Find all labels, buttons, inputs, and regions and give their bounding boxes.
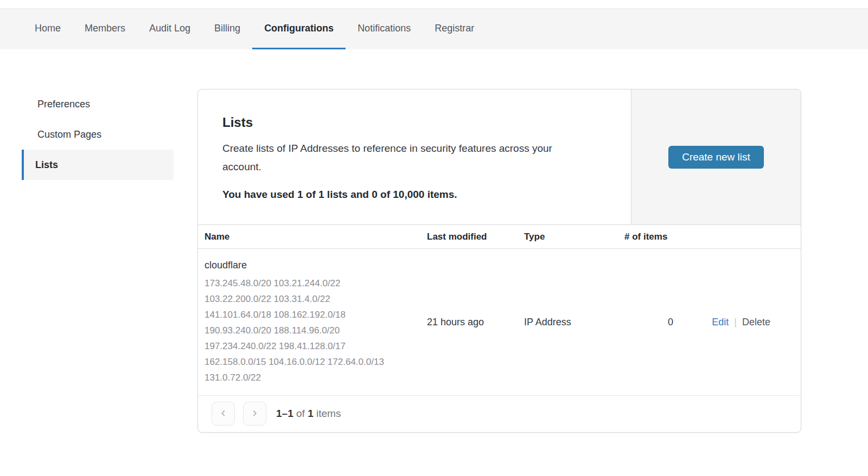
usage-summary: You have used 1 of 1 lists and 0 of 10,0… bbox=[222, 189, 609, 201]
table-row: cloudflare 173.245.48.0/20 103.21.244.0/… bbox=[198, 249, 801, 396]
pagination-of: of bbox=[296, 408, 305, 419]
row-actions: Edit|Delete bbox=[673, 317, 801, 328]
lists-panel: Lists Create lists of IP Addresses to re… bbox=[197, 89, 801, 433]
next-page-button[interactable]: › bbox=[243, 402, 266, 426]
sidebar-item-lists[interactable]: Lists bbox=[22, 150, 174, 180]
create-list-section: Create new list bbox=[631, 89, 801, 224]
pagination-items-label: items bbox=[316, 408, 341, 419]
edit-link[interactable]: Edit bbox=[712, 317, 729, 327]
type-cell: IP Address bbox=[524, 317, 624, 328]
pagination-total: 1 bbox=[308, 408, 314, 419]
list-name-cell: cloudflare 173.245.48.0/20 103.21.244.0/… bbox=[205, 249, 427, 395]
lists-panel-intro: Lists Create lists of IP Addresses to re… bbox=[198, 89, 631, 224]
list-ip-addresses: 173.245.48.0/20 103.21.244.0/22 103.22.2… bbox=[205, 275, 416, 385]
column-header-type: Type bbox=[524, 231, 624, 242]
sidebar-item-custom-pages[interactable]: Custom Pages bbox=[22, 119, 174, 150]
page-title: Lists bbox=[222, 114, 609, 131]
column-header-last-modified: Last modified bbox=[427, 231, 524, 242]
tab-home[interactable]: Home bbox=[23, 9, 73, 49]
lists-panel-header: Lists Create lists of IP Addresses to re… bbox=[198, 89, 801, 224]
configurations-content: Preferences Custom Pages Lists Lists Cre… bbox=[0, 49, 868, 433]
tab-notifications[interactable]: Notifications bbox=[346, 9, 423, 49]
panel-description: Create lists of IP Addresses to referenc… bbox=[222, 139, 583, 176]
tab-audit-log[interactable]: Audit Log bbox=[137, 9, 202, 49]
delete-link[interactable]: Delete bbox=[742, 317, 770, 327]
pagination-summary: 1–1 of 1 items bbox=[276, 408, 341, 420]
column-header-name: Name bbox=[205, 231, 427, 242]
pagination: ‹ › 1–1 of 1 items bbox=[198, 396, 801, 432]
sidebar-item-preferences[interactable]: Preferences bbox=[22, 89, 174, 119]
action-separator: | bbox=[734, 317, 737, 327]
chevron-left-icon: ‹ bbox=[221, 406, 226, 419]
last-modified-cell: 21 hours ago bbox=[427, 317, 524, 328]
settings-sidebar: Preferences Custom Pages Lists bbox=[22, 89, 174, 433]
account-nav: Home Members Audit Log Billing Configura… bbox=[0, 8, 868, 49]
tab-configurations[interactable]: Configurations bbox=[252, 9, 346, 49]
create-new-list-button[interactable]: Create new list bbox=[668, 146, 764, 169]
table-header-row: Name Last modified Type # of items bbox=[198, 224, 801, 249]
tab-billing[interactable]: Billing bbox=[202, 9, 252, 49]
list-name: cloudflare bbox=[205, 258, 416, 272]
pagination-range: 1–1 bbox=[276, 408, 293, 419]
tab-registrar[interactable]: Registrar bbox=[423, 9, 486, 49]
previous-page-button[interactable]: ‹ bbox=[212, 402, 235, 426]
chevron-right-icon: › bbox=[253, 406, 257, 419]
item-count-cell: 0 bbox=[624, 317, 673, 328]
column-header-item-count: # of items bbox=[624, 231, 673, 242]
tab-members[interactable]: Members bbox=[73, 9, 137, 49]
